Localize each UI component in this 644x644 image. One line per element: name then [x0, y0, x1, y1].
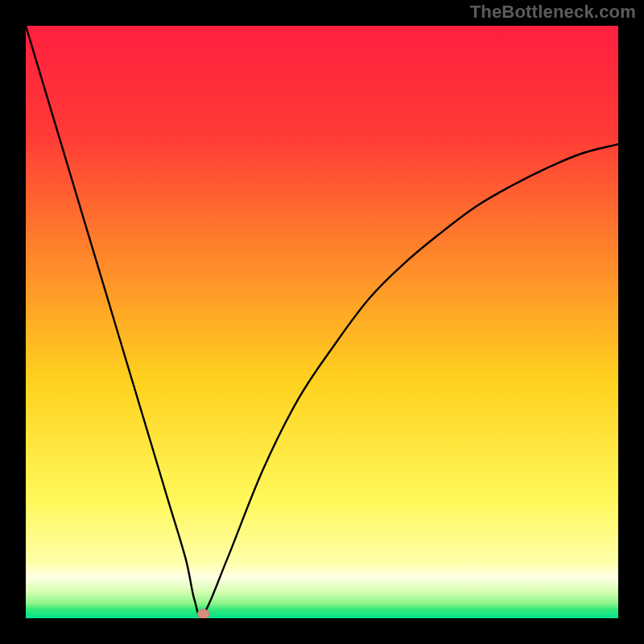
- chart-frame: TheBottleneck.com: [0, 0, 644, 644]
- attribution-label: TheBottleneck.com: [470, 2, 636, 23]
- plot-area: [26, 26, 618, 618]
- plot-svg: [26, 26, 618, 618]
- minimum-marker: [197, 609, 209, 618]
